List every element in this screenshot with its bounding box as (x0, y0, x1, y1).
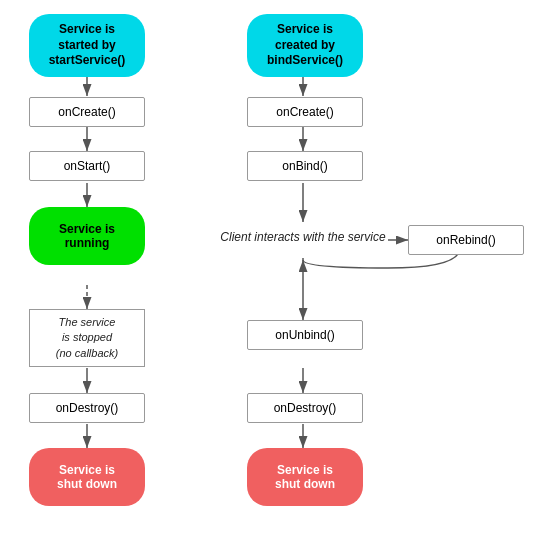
middle-ondestroy: onDestroy() (247, 393, 363, 423)
middle-oncreate: onCreate() (247, 97, 363, 127)
left-stopped-note: The service is stopped (no callback) (29, 309, 145, 367)
client-interacts-label: Client interacts with the service (218, 222, 388, 252)
left-shutdown-node: Service is shut down (29, 448, 145, 506)
lifecycle-diagram: Service is started by startService() onC… (0, 0, 558, 544)
middle-shutdown-node: Service is shut down (247, 448, 363, 506)
middle-start-node: Service is created by bindService() (247, 14, 363, 77)
left-start-node: Service is started by startService() (29, 14, 145, 77)
left-ondestroy: onDestroy() (29, 393, 145, 423)
left-oncreate: onCreate() (29, 97, 145, 127)
middle-onunbind: onUnbind() (247, 320, 363, 350)
right-onrebind: onRebind() (408, 225, 524, 255)
middle-onbind: onBind() (247, 151, 363, 181)
left-onstart: onStart() (29, 151, 145, 181)
left-running-node: Service is running (29, 207, 145, 265)
